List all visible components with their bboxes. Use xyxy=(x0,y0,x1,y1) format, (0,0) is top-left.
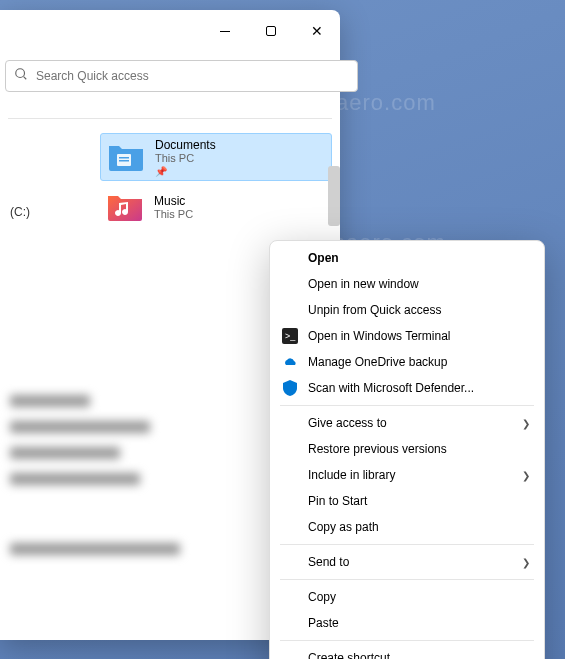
menu-onedrive[interactable]: Manage OneDrive backup xyxy=(270,349,544,375)
menu-unpin[interactable]: Unpin from Quick access xyxy=(270,297,544,323)
menu-separator xyxy=(280,544,534,545)
titlebar: ✕ xyxy=(0,10,340,52)
folder-list: Documents This PC 📌 (C:) Music This PC xyxy=(0,133,340,231)
menu-copy[interactable]: Copy xyxy=(270,584,544,610)
search-box[interactable] xyxy=(5,60,358,92)
maximize-button[interactable] xyxy=(248,10,294,52)
menu-separator xyxy=(280,405,534,406)
menu-paste[interactable]: Paste xyxy=(270,610,544,636)
svg-rect-4 xyxy=(119,160,129,162)
menu-defender[interactable]: Scan with Microsoft Defender... xyxy=(270,375,544,401)
chevron-right-icon: ❯ xyxy=(522,470,530,481)
drive-label: (C:) xyxy=(10,205,30,219)
folder-item-documents[interactable]: Documents This PC 📌 xyxy=(100,133,332,181)
folder-name: Music xyxy=(154,194,193,208)
menu-send-to[interactable]: Send to❯ xyxy=(270,549,544,575)
menu-terminal[interactable]: >_ Open in Windows Terminal xyxy=(270,323,544,349)
music-folder-icon xyxy=(106,191,144,223)
menu-restore-versions[interactable]: Restore previous versions xyxy=(270,436,544,462)
svg-point-0 xyxy=(16,69,25,78)
close-button[interactable]: ✕ xyxy=(294,10,340,52)
menu-open-new-window[interactable]: Open in new window xyxy=(270,271,544,297)
menu-create-shortcut[interactable]: Create shortcut xyxy=(270,645,544,659)
documents-folder-icon xyxy=(107,141,145,173)
divider xyxy=(8,118,332,119)
menu-separator xyxy=(280,640,534,641)
menu-pin-start[interactable]: Pin to Start xyxy=(270,488,544,514)
onedrive-icon xyxy=(282,354,298,370)
menu-include-library[interactable]: Include in library❯ xyxy=(270,462,544,488)
defender-icon xyxy=(282,380,298,396)
terminal-icon: >_ xyxy=(282,328,298,344)
context-menu: Open Open in new window Unpin from Quick… xyxy=(269,240,545,659)
minimize-button[interactable] xyxy=(202,10,248,52)
folder-item-music[interactable]: Music This PC xyxy=(100,183,332,231)
chevron-right-icon: ❯ xyxy=(522,557,530,568)
search-input[interactable] xyxy=(36,69,349,83)
chevron-right-icon: ❯ xyxy=(522,418,530,429)
svg-line-1 xyxy=(24,77,27,80)
menu-give-access[interactable]: Give access to❯ xyxy=(270,410,544,436)
svg-text:>_: >_ xyxy=(285,331,296,341)
folder-location: This PC xyxy=(154,208,193,220)
menu-separator xyxy=(280,579,534,580)
scrollbar-thumb[interactable] xyxy=(328,166,340,226)
close-icon: ✕ xyxy=(311,24,323,38)
pin-icon: 📌 xyxy=(155,166,216,177)
folder-name: Documents xyxy=(155,138,216,152)
search-icon xyxy=(14,67,28,85)
folder-location: This PC xyxy=(155,152,216,164)
menu-copy-path[interactable]: Copy as path xyxy=(270,514,544,540)
menu-open[interactable]: Open xyxy=(270,245,544,271)
svg-rect-3 xyxy=(119,157,129,159)
